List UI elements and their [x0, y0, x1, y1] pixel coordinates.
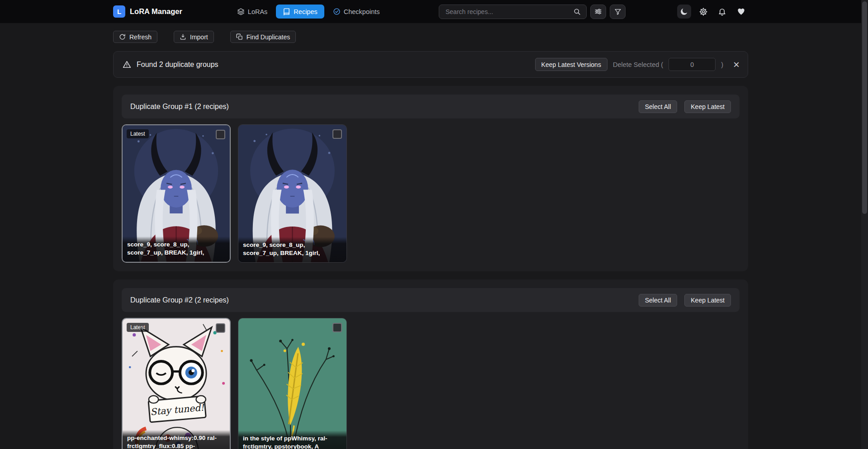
nav-label-recipes: Recipes	[294, 8, 317, 15]
sliders-icon	[594, 8, 602, 15]
duplicate-group-1: Duplicate Group #1 (2 recipes) Select Al…	[113, 86, 748, 271]
nav-tab-recipes[interactable]: Recipes	[276, 5, 324, 19]
support-button[interactable]	[734, 5, 748, 19]
nav-tab-checkpoints[interactable]: Checkpoints	[329, 5, 384, 19]
check-circle-icon	[333, 8, 341, 15]
banner-actions: Keep Latest Versions Delete Selected ( )…	[535, 58, 740, 71]
recipe-card[interactable]: Stay tuned! Latest pp-enchanted-whimsy:0…	[122, 318, 231, 449]
funnel-icon	[614, 8, 621, 15]
page: L LoRA Manager LoRAs Recipes	[0, 0, 861, 449]
search-button[interactable]	[572, 7, 582, 16]
duplicate-group-2: Duplicate Group #2 (2 recipes) Select Al…	[113, 279, 748, 449]
nav-label-loras: LoRAs	[248, 8, 268, 15]
scrollbar-thumb[interactable]	[862, 1, 867, 214]
group-1-cards: Latest score_9, score_8_up, score_7_up, …	[122, 124, 740, 263]
app-brand[interactable]: L LoRA Manager	[113, 5, 182, 18]
copy-icon	[236, 33, 243, 40]
nav-tab-loras[interactable]: LoRAs	[233, 5, 272, 19]
refresh-button[interactable]: Refresh	[113, 31, 157, 43]
banner-message: Found 2 duplicate groups	[137, 61, 218, 69]
nav-label-checkpoints: Checkpoints	[344, 8, 380, 15]
import-label: Import	[190, 33, 208, 41]
group-1-keep-latest-button[interactable]: Keep Latest	[684, 100, 731, 113]
scrollbar[interactable]	[861, 0, 868, 449]
import-button[interactable]: Import	[174, 31, 214, 43]
settings-button[interactable]	[696, 5, 710, 19]
recipe-image-whimsical-cat: Stay tuned!	[123, 319, 230, 449]
latest-badge: Latest	[127, 129, 149, 138]
group-1-select-all-button[interactable]: Select All	[639, 100, 678, 113]
moon-icon	[680, 7, 688, 16]
filter-button[interactable]	[610, 5, 626, 19]
layers-icon	[237, 8, 245, 15]
group-2-title: Duplicate Group #2 (2 recipes)	[130, 296, 229, 304]
refresh-label: Refresh	[129, 33, 152, 41]
bell-icon	[718, 7, 726, 16]
navbar-icon-cluster	[677, 5, 748, 19]
group-2-select-all-button[interactable]: Select All	[639, 294, 678, 307]
navbar-inner: L LoRA Manager LoRAs Recipes	[113, 0, 748, 23]
search-icon	[573, 8, 581, 15]
card-caption: pp-enchanted-whimsy:0.90 ral-frctlgmtry_…	[123, 430, 230, 449]
sliders-button[interactable]	[590, 5, 606, 19]
card-checkbox[interactable]	[216, 130, 225, 139]
card-checkbox[interactable]	[332, 129, 342, 139]
recipe-card[interactable]: score_9, score_8_up, score_7_up, BREAK, …	[238, 124, 347, 263]
top-navbar: L LoRA Manager LoRAs Recipes	[0, 0, 861, 23]
recipe-card[interactable]: Latest score_9, score_8_up, score_7_up, …	[122, 124, 231, 263]
card-checkbox[interactable]	[216, 323, 225, 333]
group-2-cards: Stay tuned! Latest pp-enchanted-whimsy:0…	[122, 318, 740, 449]
close-banner-button[interactable]: ×	[733, 59, 740, 70]
heart-icon	[737, 7, 745, 16]
refresh-icon	[119, 33, 126, 40]
theme-toggle-button[interactable]	[677, 5, 691, 19]
group-1-header: Duplicate Group #1 (2 recipes) Select Al…	[122, 95, 740, 118]
latest-badge: Latest	[127, 323, 149, 332]
group-2-header: Duplicate Group #2 (2 recipes) Select Al…	[122, 288, 740, 312]
delete-selected-label: Delete Selected (	[613, 61, 663, 68]
group-2-keep-latest-button[interactable]: Keep Latest	[684, 294, 731, 307]
toolbar: Refresh Import Find Duplicates	[113, 31, 748, 43]
navbar-search-area	[439, 5, 626, 19]
main-nav: LoRAs Recipes Checkpoints	[233, 5, 384, 19]
keep-latest-versions-button[interactable]: Keep Latest Versions	[535, 58, 607, 71]
delete-selected-label-suffix: )	[721, 61, 723, 68]
search-input[interactable]	[446, 8, 572, 15]
gear-icon	[699, 7, 708, 16]
find-duplicates-label: Find Duplicates	[247, 33, 290, 41]
warning-triangle-icon	[123, 60, 131, 69]
duplicates-banner: Found 2 duplicate groups Keep Latest Ver…	[113, 51, 748, 78]
delete-count-input[interactable]	[669, 58, 716, 71]
card-checkbox[interactable]	[332, 323, 342, 332]
group-1-title: Duplicate Group #1 (2 recipes)	[130, 103, 229, 111]
book-icon	[283, 8, 290, 15]
card-caption: score_9, score_8_up, score_7_up, BREAK, …	[123, 236, 230, 262]
recipe-image-yellow-feather	[238, 318, 346, 449]
recipe-card[interactable]: in the style of ppWhimsy, ral-frctlgmtry…	[238, 318, 347, 449]
card-caption: in the style of ppWhimsy, ral-frctlgmtry…	[238, 430, 346, 449]
find-duplicates-button[interactable]: Find Duplicates	[230, 31, 296, 43]
app-logo-icon: L	[113, 5, 125, 18]
notifications-button[interactable]	[715, 5, 729, 19]
import-icon	[180, 33, 186, 40]
app-title: LoRA Manager	[130, 7, 182, 16]
group-2-actions: Select All Keep Latest	[639, 294, 731, 307]
search-box	[439, 5, 587, 19]
main-content: Refresh Import Find Duplicates Found 2 d…	[113, 31, 748, 449]
group-1-actions: Select All Keep Latest	[639, 100, 731, 113]
card-caption: score_9, score_8_up, score_7_up, BREAK, …	[238, 237, 346, 262]
